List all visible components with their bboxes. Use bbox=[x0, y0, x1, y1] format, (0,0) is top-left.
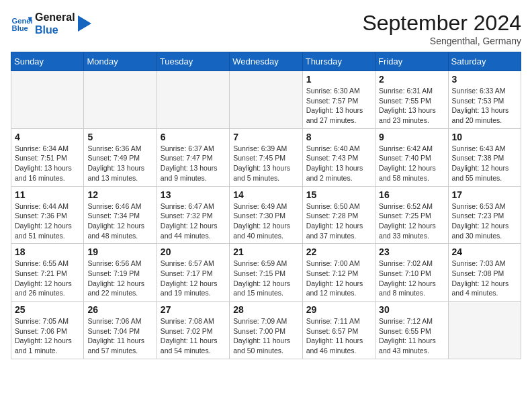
day-number: 6 bbox=[161, 132, 226, 142]
day-info: Sunrise: 7:12 AM Sunset: 6:55 PM Dayligh… bbox=[379, 316, 444, 356]
calendar-day-cell bbox=[157, 71, 229, 129]
calendar-day-cell: 30 Sunrise: 7:12 AM Sunset: 6:55 PM Dayl… bbox=[375, 302, 448, 359]
day-info: Sunrise: 7:11 AM Sunset: 6:57 PM Dayligh… bbox=[306, 316, 371, 356]
calendar-day-cell: 18 Sunrise: 6:55 AM Sunset: 7:21 PM Dayl… bbox=[11, 244, 84, 302]
calendar-day-cell: 26 Sunrise: 7:06 AM Sunset: 7:04 PM Dayl… bbox=[84, 302, 157, 359]
day-info: Sunrise: 6:49 AM Sunset: 7:30 PM Dayligh… bbox=[233, 201, 298, 241]
logo-text-blue: Blue bbox=[35, 24, 75, 36]
col-wednesday: Wednesday bbox=[230, 52, 302, 71]
calendar-day-cell: 4 Sunrise: 6:34 AM Sunset: 7:51 PM Dayli… bbox=[11, 128, 84, 186]
day-info: Sunrise: 7:08 AM Sunset: 7:02 PM Dayligh… bbox=[161, 316, 226, 356]
calendar-day-cell: 28 Sunrise: 7:09 AM Sunset: 7:00 PM Dayl… bbox=[230, 302, 302, 359]
calendar-day-cell: 17 Sunrise: 6:53 AM Sunset: 7:23 PM Dayl… bbox=[448, 186, 521, 244]
location-subtitle: Sengenthal, Germany bbox=[362, 36, 521, 46]
day-info: Sunrise: 6:37 AM Sunset: 7:47 PM Dayligh… bbox=[161, 144, 226, 183]
calendar-day-cell bbox=[230, 71, 302, 129]
day-number: 27 bbox=[161, 304, 226, 315]
day-info: Sunrise: 6:30 AM Sunset: 7:57 PM Dayligh… bbox=[306, 86, 371, 126]
calendar-day-cell: 21 Sunrise: 6:59 AM Sunset: 7:15 PM Dayl… bbox=[230, 244, 302, 302]
calendar-day-cell: 23 Sunrise: 7:02 AM Sunset: 7:10 PM Dayl… bbox=[375, 244, 448, 302]
day-info: Sunrise: 6:33 AM Sunset: 7:53 PM Dayligh… bbox=[452, 86, 517, 126]
day-number: 11 bbox=[15, 189, 80, 200]
day-number: 3 bbox=[452, 74, 517, 85]
day-number: 15 bbox=[306, 189, 371, 200]
day-info: Sunrise: 7:09 AM Sunset: 7:00 PM Dayligh… bbox=[233, 316, 298, 356]
day-number: 1 bbox=[306, 74, 371, 85]
day-number: 14 bbox=[233, 189, 298, 200]
day-info: Sunrise: 6:31 AM Sunset: 7:55 PM Dayligh… bbox=[379, 86, 444, 126]
calendar-day-cell: 9 Sunrise: 6:42 AM Sunset: 7:40 PM Dayli… bbox=[375, 128, 448, 186]
calendar-day-cell: 2 Sunrise: 6:31 AM Sunset: 7:55 PM Dayli… bbox=[375, 71, 448, 129]
calendar-day-cell: 12 Sunrise: 6:46 AM Sunset: 7:34 PM Dayl… bbox=[84, 186, 157, 244]
logo-text-general: General bbox=[35, 11, 75, 24]
calendar-day-cell: 24 Sunrise: 7:03 AM Sunset: 7:08 PM Dayl… bbox=[448, 244, 521, 302]
calendar-day-cell: 25 Sunrise: 7:05 AM Sunset: 7:06 PM Dayl… bbox=[11, 302, 84, 359]
col-saturday: Saturday bbox=[448, 52, 521, 71]
day-info: Sunrise: 6:52 AM Sunset: 7:25 PM Dayligh… bbox=[379, 201, 444, 241]
col-tuesday: Tuesday bbox=[157, 52, 229, 71]
day-number: 23 bbox=[379, 246, 444, 257]
col-friday: Friday bbox=[375, 52, 448, 71]
calendar-table: Sunday Monday Tuesday Wednesday Thursday… bbox=[11, 52, 521, 359]
day-info: Sunrise: 6:46 AM Sunset: 7:34 PM Dayligh… bbox=[87, 201, 152, 241]
day-number: 26 bbox=[87, 304, 152, 315]
day-number: 7 bbox=[233, 132, 298, 142]
day-info: Sunrise: 6:56 AM Sunset: 7:19 PM Dayligh… bbox=[87, 259, 152, 298]
month-title: September 2024 bbox=[362, 11, 521, 36]
calendar-day-cell: 7 Sunrise: 6:39 AM Sunset: 7:45 PM Dayli… bbox=[230, 128, 302, 186]
logo-chevron-icon bbox=[78, 15, 91, 32]
day-info: Sunrise: 6:55 AM Sunset: 7:21 PM Dayligh… bbox=[15, 259, 80, 298]
day-info: Sunrise: 6:43 AM Sunset: 7:38 PM Dayligh… bbox=[452, 144, 517, 183]
day-info: Sunrise: 7:02 AM Sunset: 7:10 PM Dayligh… bbox=[379, 259, 444, 298]
day-number: 5 bbox=[87, 132, 152, 142]
day-info: Sunrise: 7:03 AM Sunset: 7:08 PM Dayligh… bbox=[452, 259, 517, 298]
calendar-day-cell: 6 Sunrise: 6:37 AM Sunset: 7:47 PM Dayli… bbox=[157, 128, 229, 186]
day-number: 20 bbox=[161, 246, 226, 257]
calendar-day-cell: 8 Sunrise: 6:40 AM Sunset: 7:43 PM Dayli… bbox=[302, 128, 375, 186]
calendar-day-cell: 29 Sunrise: 7:11 AM Sunset: 6:57 PM Dayl… bbox=[302, 302, 375, 359]
logo-icon: General Blue bbox=[11, 13, 32, 34]
logo: General Blue General Blue bbox=[11, 11, 91, 36]
page-header: General Blue General Blue September 2024… bbox=[11, 11, 521, 46]
calendar-day-cell: 20 Sunrise: 6:57 AM Sunset: 7:17 PM Dayl… bbox=[157, 244, 229, 302]
day-info: Sunrise: 7:05 AM Sunset: 7:06 PM Dayligh… bbox=[15, 316, 80, 356]
col-monday: Monday bbox=[84, 52, 157, 71]
day-info: Sunrise: 6:36 AM Sunset: 7:49 PM Dayligh… bbox=[87, 144, 152, 183]
calendar-day-cell: 13 Sunrise: 6:47 AM Sunset: 7:32 PM Dayl… bbox=[157, 186, 229, 244]
title-section: September 2024 Sengenthal, Germany bbox=[362, 11, 521, 46]
calendar-week-row: 4 Sunrise: 6:34 AM Sunset: 7:51 PM Dayli… bbox=[11, 128, 521, 186]
calendar-week-row: 1 Sunrise: 6:30 AM Sunset: 7:57 PM Dayli… bbox=[11, 71, 521, 129]
calendar-day-cell: 14 Sunrise: 6:49 AM Sunset: 7:30 PM Dayl… bbox=[230, 186, 302, 244]
day-info: Sunrise: 6:47 AM Sunset: 7:32 PM Dayligh… bbox=[161, 201, 226, 241]
calendar-header-row: Sunday Monday Tuesday Wednesday Thursday… bbox=[11, 52, 521, 71]
calendar-day-cell: 15 Sunrise: 6:50 AM Sunset: 7:28 PM Dayl… bbox=[302, 186, 375, 244]
day-number: 12 bbox=[87, 189, 152, 200]
day-info: Sunrise: 6:53 AM Sunset: 7:23 PM Dayligh… bbox=[452, 201, 517, 241]
day-number: 21 bbox=[233, 246, 298, 257]
calendar-week-row: 25 Sunrise: 7:05 AM Sunset: 7:06 PM Dayl… bbox=[11, 302, 521, 359]
day-info: Sunrise: 6:40 AM Sunset: 7:43 PM Dayligh… bbox=[306, 144, 371, 183]
day-number: 30 bbox=[379, 304, 444, 315]
day-info: Sunrise: 6:57 AM Sunset: 7:17 PM Dayligh… bbox=[161, 259, 226, 298]
day-number: 24 bbox=[452, 246, 517, 257]
day-number: 10 bbox=[452, 132, 517, 142]
day-number: 13 bbox=[161, 189, 226, 200]
calendar-day-cell: 1 Sunrise: 6:30 AM Sunset: 7:57 PM Dayli… bbox=[302, 71, 375, 129]
svg-text:Blue: Blue bbox=[12, 24, 28, 32]
day-number: 18 bbox=[15, 246, 80, 257]
day-info: Sunrise: 6:50 AM Sunset: 7:28 PM Dayligh… bbox=[306, 201, 371, 241]
day-info: Sunrise: 6:39 AM Sunset: 7:45 PM Dayligh… bbox=[233, 144, 298, 183]
calendar-day-cell: 10 Sunrise: 6:43 AM Sunset: 7:38 PM Dayl… bbox=[448, 128, 521, 186]
calendar-day-cell: 19 Sunrise: 6:56 AM Sunset: 7:19 PM Dayl… bbox=[84, 244, 157, 302]
calendar-day-cell bbox=[84, 71, 157, 129]
day-info: Sunrise: 6:42 AM Sunset: 7:40 PM Dayligh… bbox=[379, 144, 444, 183]
day-info: Sunrise: 7:06 AM Sunset: 7:04 PM Dayligh… bbox=[87, 316, 152, 356]
day-number: 16 bbox=[379, 189, 444, 200]
day-number: 25 bbox=[15, 304, 80, 315]
col-sunday: Sunday bbox=[11, 52, 84, 71]
day-info: Sunrise: 6:34 AM Sunset: 7:51 PM Dayligh… bbox=[15, 144, 80, 183]
day-info: Sunrise: 6:59 AM Sunset: 7:15 PM Dayligh… bbox=[233, 259, 298, 298]
day-number: 8 bbox=[306, 132, 371, 142]
day-number: 22 bbox=[306, 246, 371, 257]
day-number: 2 bbox=[379, 74, 444, 85]
